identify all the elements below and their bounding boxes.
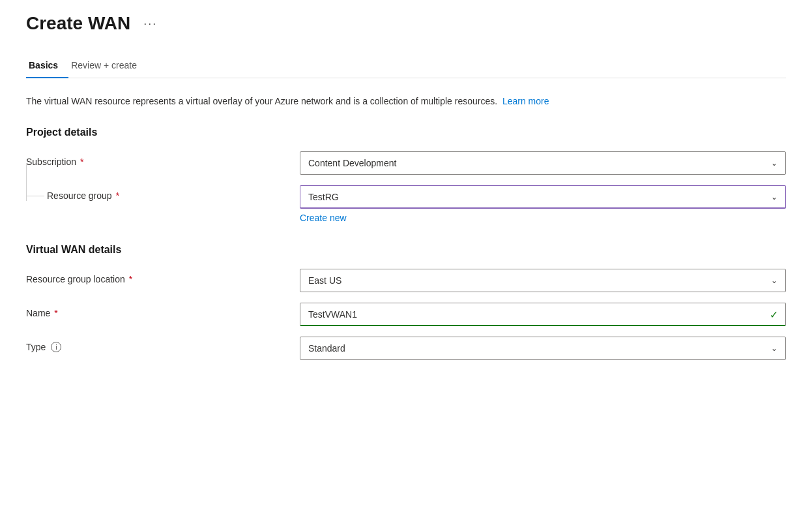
- name-control-col: ✓: [300, 303, 786, 326]
- page-header: Create WAN ···: [26, 13, 786, 34]
- tab-review-create[interactable]: Review + create: [68, 53, 147, 78]
- location-label: Resource group location: [26, 274, 125, 284]
- tab-basics[interactable]: Basics: [26, 53, 68, 78]
- resource-group-required: *: [116, 190, 119, 201]
- resource-group-dropdown[interactable]: TestRG ⌄: [300, 185, 786, 209]
- type-label: Type: [26, 342, 46, 352]
- name-valid-icon: ✓: [770, 309, 778, 321]
- subscription-value: Content Development: [308, 158, 396, 168]
- description-text: The virtual WAN resource represents a vi…: [26, 96, 497, 106]
- resource-group-label: Resource group: [47, 190, 112, 201]
- location-dropdown[interactable]: East US ⌄: [300, 269, 786, 292]
- type-label-col: Type i: [26, 337, 300, 352]
- location-label-col: Resource group location *: [26, 269, 300, 284]
- name-input-wrapper: ✓: [300, 303, 786, 326]
- page-title: Create WAN: [26, 13, 130, 34]
- subscription-label-col: Subscription *: [26, 151, 300, 167]
- name-input[interactable]: [300, 303, 786, 326]
- create-new-resource-group-link[interactable]: Create new: [300, 213, 347, 223]
- type-value: Standard: [308, 343, 345, 354]
- learn-more-link[interactable]: Learn more: [502, 96, 549, 106]
- type-control-col: Standard ⌄: [300, 337, 786, 360]
- ellipsis-menu-button[interactable]: ···: [138, 14, 162, 33]
- subscription-label: Subscription: [26, 157, 76, 167]
- subscription-dropdown[interactable]: Content Development ⌄: [300, 151, 786, 175]
- resource-group-value: TestRG: [308, 192, 339, 202]
- project-details-title: Project details: [26, 127, 786, 138]
- description-paragraph: The virtual WAN resource represents a vi…: [26, 94, 786, 108]
- resource-group-row: Resource group * TestRG ⌄ Create new: [26, 185, 786, 223]
- type-chevron-icon: ⌄: [771, 344, 777, 353]
- name-label: Name: [26, 308, 50, 318]
- name-row: Name * ✓: [26, 303, 786, 326]
- page-container: Create WAN ··· Basics Review + create Th…: [0, 0, 812, 407]
- type-info-icon[interactable]: i: [51, 342, 61, 352]
- resource-group-label-col: Resource group *: [47, 190, 119, 201]
- subscription-chevron-icon: ⌄: [771, 159, 777, 168]
- location-row: Resource group location * East US ⌄: [26, 269, 786, 292]
- type-row: Type i Standard ⌄: [26, 337, 786, 360]
- name-required: *: [54, 308, 57, 318]
- location-control-col: East US ⌄: [300, 269, 786, 292]
- subscription-required: *: [80, 157, 83, 167]
- virtual-wan-details-section: Virtual WAN details Resource group locat…: [26, 244, 786, 360]
- name-label-col: Name *: [26, 303, 300, 318]
- resource-group-control-col: TestRG ⌄ Create new: [300, 185, 786, 223]
- subscription-control-col: Content Development ⌄: [300, 151, 786, 175]
- indent-horizontal-line: [26, 196, 44, 196]
- resource-group-chevron-icon: ⌄: [771, 192, 777, 202]
- location-chevron-icon: ⌄: [771, 276, 777, 285]
- type-dropdown[interactable]: Standard ⌄: [300, 337, 786, 360]
- resource-group-indent: Resource group *: [26, 185, 300, 201]
- project-details-section: Project details Subscription * Content D…: [26, 127, 786, 223]
- virtual-wan-details-title: Virtual WAN details: [26, 244, 786, 256]
- location-value: East US: [308, 275, 341, 286]
- tabs-container: Basics Review + create: [26, 53, 786, 78]
- location-required: *: [129, 274, 132, 284]
- subscription-row: Subscription * Content Development ⌄: [26, 151, 786, 175]
